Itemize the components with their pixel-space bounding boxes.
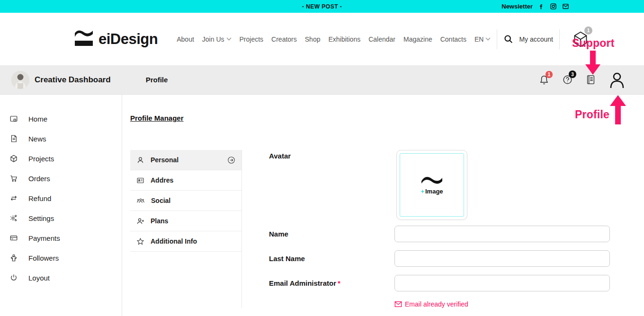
sidebar-item-label: Home bbox=[28, 115, 47, 123]
refund-icon bbox=[9, 194, 18, 202]
notifications-badge: 1 bbox=[546, 71, 553, 78]
personal-form: Avatar +Image Name Last bbox=[269, 150, 644, 308]
my-account-link[interactable]: My account bbox=[519, 35, 553, 43]
sidebar-item-label: Followers bbox=[28, 254, 59, 262]
name-label: Name bbox=[269, 226, 394, 242]
nav-projects[interactable]: Projects bbox=[240, 35, 264, 43]
person-icon bbox=[136, 156, 144, 164]
profile-annotation: Profile bbox=[575, 108, 609, 121]
nav-exhibitions[interactable]: Exhibitions bbox=[328, 35, 360, 43]
nav-calendar[interactable]: Calendar bbox=[368, 35, 395, 43]
sidebar-item-home[interactable]: Home bbox=[0, 109, 122, 129]
tab-label: Personal bbox=[151, 156, 179, 164]
tab-plans[interactable]: Plans bbox=[130, 211, 242, 231]
card-icon bbox=[9, 234, 18, 242]
cart-icon bbox=[9, 174, 18, 183]
email-admin-label: Email Administrator* bbox=[269, 275, 394, 291]
nav-about[interactable]: About bbox=[177, 35, 194, 43]
nav-join-us[interactable]: Join Us bbox=[202, 35, 232, 43]
sidebar-item-settings[interactable]: Settings bbox=[0, 208, 122, 228]
last-name-label: Last Name bbox=[269, 250, 394, 267]
profile-arrow-up-icon bbox=[610, 95, 626, 124]
facebook-icon[interactable] bbox=[538, 3, 545, 10]
divider bbox=[497, 29, 497, 49]
dashboard-sidebar: Home News Projects Orders Refund Setting… bbox=[0, 95, 122, 316]
nav-contacts[interactable]: Contacts bbox=[440, 35, 466, 43]
nav-join-us-label: Join Us bbox=[202, 35, 224, 43]
tab-address[interactable]: Addres bbox=[130, 170, 242, 191]
sidebar-item-label: Settings bbox=[28, 214, 54, 222]
cart-badge: 1 bbox=[584, 26, 592, 35]
site-header: eiDesign About Join Us Projects Creators… bbox=[0, 13, 644, 65]
tab-additional-info[interactable]: Additional Info bbox=[130, 231, 242, 252]
power-icon bbox=[9, 273, 18, 282]
name-input[interactable] bbox=[394, 226, 610, 242]
email-admin-input[interactable] bbox=[394, 275, 610, 291]
new-post-link[interactable]: - NEW POST - bbox=[302, 3, 342, 10]
lang-label: EN bbox=[474, 35, 483, 43]
help-icon[interactable]: 3 bbox=[563, 75, 572, 85]
tab-personal[interactable]: Personal bbox=[130, 150, 242, 170]
chevron-down-icon bbox=[485, 37, 491, 41]
nav-magazine[interactable]: Magazine bbox=[403, 35, 432, 43]
dashboard-section-label: Profile bbox=[146, 76, 168, 84]
search-icon[interactable] bbox=[503, 34, 513, 44]
required-asterisk: * bbox=[338, 279, 340, 287]
group-icon bbox=[136, 197, 145, 205]
sidebar-item-projects[interactable]: Projects bbox=[0, 149, 122, 168]
tilde-logo-icon bbox=[420, 175, 443, 184]
sidebar-item-orders[interactable]: Orders bbox=[0, 168, 122, 188]
support-arrow-down-icon bbox=[585, 51, 600, 75]
nav-creators[interactable]: Creators bbox=[271, 35, 297, 43]
announcement-bar: - NEW POST - Newsletter bbox=[0, 0, 644, 13]
sidebar-item-label: Projects bbox=[28, 155, 54, 163]
profile-tabs: Personal Addres Social Plans bbox=[130, 150, 242, 308]
email-verified-note[interactable]: Email already verified bbox=[394, 300, 644, 308]
sidebar-item-followers[interactable]: Followers bbox=[0, 248, 122, 268]
sidebar-item-news[interactable]: News bbox=[0, 129, 122, 149]
cube-icon bbox=[9, 154, 18, 163]
tab-label: Addres bbox=[151, 176, 173, 184]
sidebar-item-label: Loyout bbox=[28, 274, 50, 282]
sidebar-item-label: News bbox=[28, 135, 46, 143]
main-nav: About Join Us Projects Creators Shop Exh… bbox=[177, 35, 491, 43]
sidebar-item-label: Refund bbox=[28, 194, 51, 202]
sidebar-item-payments[interactable]: Payments bbox=[0, 228, 122, 248]
divider bbox=[559, 29, 560, 49]
gears-icon bbox=[9, 214, 18, 222]
eidesign-logo[interactable]: eiDesign bbox=[73, 30, 158, 48]
docs-journal-icon[interactable] bbox=[586, 75, 595, 85]
id-card-icon bbox=[136, 176, 144, 184]
instagram-icon[interactable] bbox=[550, 3, 557, 10]
image-upload-label: +Image bbox=[420, 188, 443, 195]
email-note-text: Email already verified bbox=[405, 300, 468, 308]
person-plus-icon bbox=[136, 217, 144, 225]
sidebar-item-label: Orders bbox=[28, 175, 50, 183]
newsletter-link[interactable]: Newsletter bbox=[501, 3, 533, 10]
tab-label: Additional Info bbox=[151, 237, 197, 245]
nav-shop[interactable]: Shop bbox=[305, 35, 321, 43]
logo-mark-icon bbox=[73, 30, 94, 48]
home-icon bbox=[9, 114, 18, 123]
plus-glyph: + bbox=[420, 188, 424, 195]
last-name-input[interactable] bbox=[394, 250, 610, 267]
envelope-icon bbox=[394, 301, 402, 307]
profile-person-icon[interactable] bbox=[609, 71, 625, 88]
lang-selector[interactable]: EN bbox=[474, 35, 491, 43]
tab-social[interactable]: Social bbox=[130, 191, 242, 211]
user-avatar[interactable] bbox=[11, 71, 29, 89]
support-annotation: Support bbox=[572, 37, 615, 50]
mail-icon[interactable] bbox=[562, 3, 569, 10]
profile-manager-heading[interactable]: Profile Manager bbox=[130, 114, 184, 122]
tab-label: Social bbox=[151, 197, 170, 204]
main-content: Profile Manager Personal Addres Socia bbox=[122, 95, 644, 316]
sidebar-item-refund[interactable]: Refund bbox=[0, 188, 122, 208]
avatar-upload-box[interactable]: +Image bbox=[396, 150, 467, 220]
sidebar-item-label: Payments bbox=[28, 234, 60, 242]
circle-arrow-right-icon bbox=[227, 156, 235, 164]
news-icon bbox=[9, 134, 18, 143]
sidebar-item-logout[interactable]: Loyout bbox=[0, 268, 122, 288]
tab-label: Plans bbox=[151, 217, 168, 225]
notifications-bell-icon[interactable]: 1 bbox=[539, 75, 549, 85]
logo-text: eiDesign bbox=[98, 31, 158, 48]
